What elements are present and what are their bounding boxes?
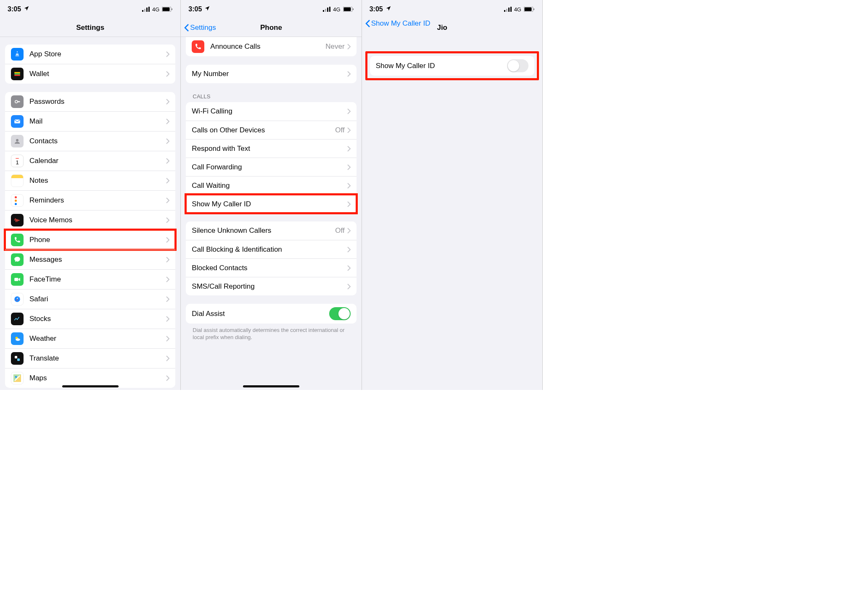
row-phone[interactable]: Phone (5, 230, 175, 250)
row-translate[interactable]: Translate (5, 348, 175, 368)
row-voice-memos[interactable]: Voice Memos (5, 210, 175, 230)
chevron-right-icon (166, 257, 169, 263)
svg-rect-8 (14, 74, 20, 75)
row-contacts[interactable]: Contacts (5, 131, 175, 151)
row-label: Voice Memos (29, 216, 166, 224)
announce-icon (192, 40, 204, 53)
row-label: Dial Assist (192, 310, 329, 318)
phone-settings-list[interactable]: Announce Calls Never My Number CALLS Wi-… (181, 37, 361, 390)
svg-point-10 (15, 100, 18, 103)
chevron-right-icon (166, 51, 169, 57)
chevron-right-icon (166, 138, 169, 144)
row-label: Show My Caller ID (192, 200, 347, 208)
row-label: Stocks (29, 315, 166, 323)
row-label: Phone (29, 236, 166, 244)
weather-icon (11, 332, 24, 345)
mail-icon (11, 115, 24, 128)
row-notes[interactable]: Notes (5, 171, 175, 190)
row-blocked-contacts[interactable]: Blocked Contacts (186, 258, 356, 277)
row-label: Announce Calls (210, 42, 325, 51)
row-label: Translate (29, 354, 166, 363)
row-messages[interactable]: Messages (5, 250, 175, 269)
chevron-right-icon (347, 146, 351, 152)
status-network: 4G (333, 6, 340, 13)
row-value: Never (325, 42, 344, 51)
row-maps[interactable]: Maps (5, 368, 175, 388)
nav-title: Jio (437, 24, 447, 32)
svg-rect-17 (15, 356, 17, 358)
svg-rect-13 (14, 278, 18, 281)
reminders-icon (11, 194, 24, 207)
row-label: Reminders (29, 196, 166, 205)
caller-id-toggle[interactable] (507, 59, 528, 72)
row-label: Silence Unknown Callers (192, 226, 335, 235)
row-reminders[interactable]: Reminders (5, 190, 175, 210)
announce-group-partial: Announce Calls Never (186, 37, 356, 56)
location-icon (204, 5, 210, 13)
chevron-right-icon (166, 118, 169, 124)
row-value: Off (335, 226, 344, 235)
row-show-caller-id[interactable]: Show My Caller ID (186, 195, 356, 213)
row-wallet[interactable]: Wallet (5, 64, 175, 84)
chevron-right-icon (347, 201, 351, 207)
row-passwords[interactable]: Passwords (5, 92, 175, 111)
chevron-right-icon (166, 158, 169, 164)
maps-icon (11, 372, 24, 384)
settings-list[interactable]: App Store Wallet Passwords (0, 37, 180, 390)
row-calendar[interactable]: •••1 Calendar (5, 151, 175, 171)
row-label: App Store (29, 50, 166, 58)
svg-point-12 (16, 139, 18, 142)
row-facetime[interactable]: FaceTime (5, 269, 175, 289)
nav-title: Settings (76, 24, 104, 32)
row-weather[interactable]: Weather (5, 329, 175, 348)
row-show-my-caller-id[interactable]: Show My Caller ID (370, 56, 534, 76)
calendar-icon: •••1 (11, 155, 24, 167)
row-label: Wallet (29, 70, 166, 78)
settings-group-apps1: App Store Wallet (5, 45, 175, 84)
svg-rect-30 (510, 7, 512, 12)
dial-assist-toggle[interactable] (329, 307, 351, 320)
caller-id-list[interactable]: Show My Caller ID (362, 37, 542, 390)
chevron-right-icon (347, 228, 351, 234)
chevron-right-icon (166, 336, 169, 342)
row-my-number[interactable]: My Number (186, 65, 356, 83)
row-call-blocking[interactable]: Call Blocking & Identification (186, 240, 356, 258)
row-label: Call Blocking & Identification (192, 245, 347, 254)
status-network: 4G (514, 6, 521, 13)
row-app-store[interactable]: App Store (5, 45, 175, 64)
row-wifi-calling[interactable]: Wi-Fi Calling (186, 102, 356, 121)
row-sms-reporting[interactable]: SMS/Call Reporting (186, 277, 356, 295)
row-value: Off (335, 126, 344, 134)
svg-rect-25 (343, 8, 351, 11)
svg-rect-23 (329, 7, 330, 12)
row-call-forwarding[interactable]: Call Forwarding (186, 158, 356, 176)
mynumber-group: My Number (186, 65, 356, 83)
chevron-right-icon (347, 284, 351, 290)
calls-header: CALLS (193, 93, 356, 100)
row-dial-assist[interactable]: Dial Assist (186, 304, 356, 324)
highlight-box: Show My Caller ID (365, 51, 539, 80)
navbar: Settings (0, 18, 180, 37)
row-mail[interactable]: Mail (5, 111, 175, 131)
row-safari[interactable]: Safari (5, 289, 175, 309)
stocks-icon (11, 313, 24, 325)
svg-rect-18 (17, 358, 20, 361)
back-button[interactable]: Settings (184, 24, 216, 32)
row-call-waiting[interactable]: Call Waiting (186, 176, 356, 195)
chevron-right-icon (166, 237, 169, 243)
row-stocks[interactable]: Stocks (5, 309, 175, 329)
phone-icon (11, 234, 24, 246)
row-respond-text[interactable]: Respond with Text (186, 139, 356, 158)
location-icon (386, 5, 391, 13)
row-silence-unknown[interactable]: Silence Unknown Callers Off (186, 221, 356, 240)
row-label: Passwords (29, 97, 166, 106)
back-button[interactable]: Show My Caller ID (365, 19, 430, 28)
row-other-devices[interactable]: Calls on Other Devices Off (186, 121, 356, 139)
status-time: 3:05 (8, 5, 21, 13)
chevron-right-icon (166, 355, 169, 361)
row-announce-calls[interactable]: Announce Calls Never (186, 37, 356, 56)
status-network: 4G (152, 6, 159, 13)
svg-rect-1 (144, 9, 145, 12)
translate-icon (11, 352, 24, 365)
row-label: Mail (29, 117, 166, 126)
